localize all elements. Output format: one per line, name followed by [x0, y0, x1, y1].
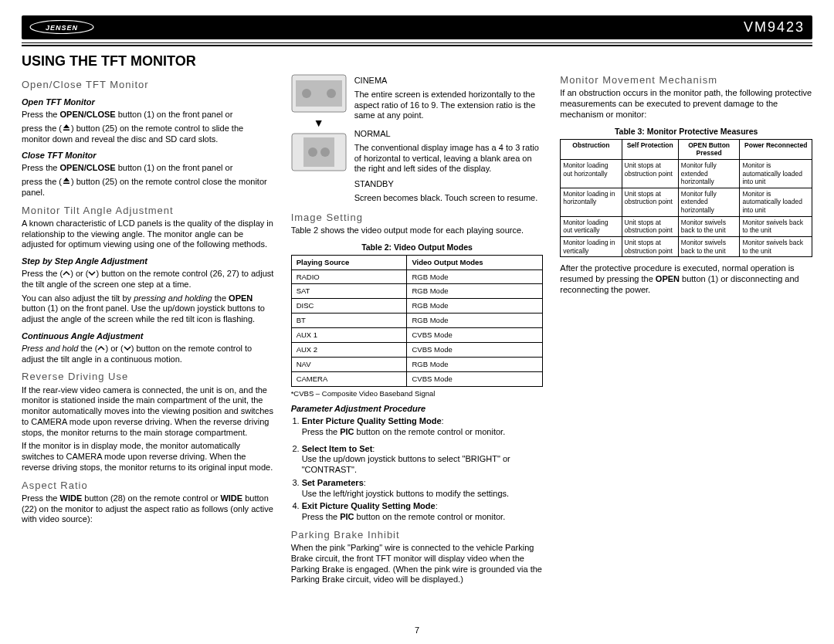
svg-text:JENSEN: JENSEN: [46, 24, 78, 32]
table-row: CAMERACVBS Mode: [291, 371, 543, 386]
p-parking: When the pink "Parking" wire is connecte…: [291, 543, 544, 585]
manual-page: JENSEN VM9423 USING THE TFT MONITOR Open…: [0, 0, 834, 644]
p-tilt: A known characteristic of LCD panels is …: [22, 219, 274, 250]
table-row: Monitor loading out horizontallyUnit sto…: [561, 159, 812, 188]
cinema-p: The entire screen is extended horizontal…: [354, 90, 544, 121]
param-steps-cont: Select Item to Set: Use the up/down joys…: [302, 444, 544, 523]
step-2: Select Item to Set: Use the up/down joys…: [302, 444, 544, 476]
screen-normal-icon: [291, 133, 347, 171]
chevron-down-icon: [124, 344, 131, 354]
p-rev-2: If the monitor is in display mode, the m…: [22, 441, 274, 473]
t3-h4: Power Reconnected: [740, 139, 812, 159]
table-video-output: Playing Source Video Output Modes RADIOR…: [291, 255, 544, 387]
t3-h2: Self Protection: [622, 139, 678, 159]
p-open-1: Press the OPEN/CLOSE button (1) on the f…: [22, 110, 274, 120]
h-tilt: Monitor Tilt Angle Adjustment: [22, 205, 274, 217]
table-row: Monitor loading out verticallyUnit stops…: [561, 216, 812, 236]
p-close-2: press the ( ) button (25) on the remote …: [22, 177, 274, 198]
normal-p: The conventional display image has a 4 t…: [354, 143, 544, 175]
header-bar: JENSEN VM9423: [22, 15, 812, 39]
step-3: Set Parameters: Use the left/right joyst…: [302, 478, 544, 500]
table-row: RADIORGB Mode: [291, 269, 543, 284]
t2-h1: Playing Source: [291, 255, 407, 269]
cinema-h: CINEMA: [354, 76, 544, 86]
h-reverse-use: Reverse Driving Use: [22, 371, 274, 383]
p-monitor-move: If an obstruction occurs in the monitor …: [560, 88, 812, 120]
page-number: 7: [0, 625, 834, 636]
jensen-logo-icon: JENSEN: [29, 20, 94, 34]
p-cont: Press and hold the ( ) or ( ) button on …: [22, 344, 274, 365]
h-parking: Parking Brake Inhibit: [291, 529, 544, 541]
svg-point-8: [308, 147, 317, 157]
step-4: Exit Picture Quality Setting Mode: Press…: [302, 501, 544, 523]
table-row: NAVRGB Mode: [291, 357, 543, 371]
h-close-tft: Close TFT Monitor: [22, 151, 274, 161]
h-param-proc: Parameter Adjustment Procedure: [291, 404, 544, 415]
svg-point-4: [302, 89, 311, 98]
step-1: Enter Picture Quality Setting Mode: Pres…: [302, 416, 544, 438]
standby-h: STANDBY: [354, 179, 544, 190]
param-steps-start: Enter Picture Quality Setting Mode: Pres…: [302, 416, 544, 438]
table-row: DISCRGB Mode: [291, 299, 543, 314]
model-number: VM9423: [744, 19, 805, 36]
arrow-down-icon: ▼: [314, 117, 324, 128]
table-row: Monitor loading in verticallyUnit stops …: [561, 236, 812, 256]
h-aspect: Aspect Ratio: [22, 480, 274, 492]
chevron-down-icon: [88, 269, 96, 280]
p-step-2: You can also adjust the tilt by pressing…: [22, 293, 274, 325]
h-step-adjust: Step by Step Angle Adjustment: [22, 256, 274, 267]
chevron-up-icon: [97, 344, 105, 354]
svg-point-5: [327, 89, 336, 98]
p-aspect: Press the WIDE button (28) on the remote…: [22, 493, 274, 525]
aspect-figures: ▼ CINEMA The entire screen is extended h…: [291, 74, 544, 207]
t3-title: Table 3: Monitor Protective Measures: [560, 127, 812, 137]
h-image-setting: Image Setting: [291, 212, 544, 224]
t2-h2: Video Output Modes: [407, 255, 543, 269]
section-title: USING THE TFT MONITOR: [22, 53, 812, 70]
svg-point-9: [320, 147, 330, 157]
table-row: Monitor loading in horizontallyUnit stop…: [561, 188, 812, 216]
t2-title: Table 2: Video Output Modes: [291, 242, 544, 253]
h-open-tft: Open TFT Monitor: [22, 97, 274, 108]
h-monitor-move: Monitor Movement Mechanism: [560, 74, 812, 86]
eject-icon: [62, 177, 71, 188]
body-columns: Open/Close TFT Monitor Open TFT Monitor …: [22, 74, 812, 599]
header-rules: [22, 42, 812, 46]
p-close-1: Press the OPEN/CLOSE button (1) on the f…: [22, 163, 274, 174]
p-after: After the protective procedure is execut…: [560, 263, 812, 295]
h-open-close: Open/Close TFT Monitor: [22, 79, 274, 91]
table-protective: Obstruction Self Protection OPEN Button …: [560, 139, 812, 258]
table-row: AUX 2CVBS Mode: [291, 342, 543, 357]
p-image: Table 2 shows the video output mode for …: [291, 225, 544, 236]
eject-icon: [62, 124, 71, 134]
table-row: AUX 1CVBS Mode: [291, 328, 543, 343]
t3-h3: OPEN Button Pressed: [678, 139, 740, 159]
p-step-1: Press the ( ) or ( ) button on the remot…: [22, 269, 274, 290]
screen-cinema-icon: [291, 74, 347, 113]
table-row: SATRGB Mode: [291, 284, 543, 299]
p-open-2: press the ( ) button (25) on the remote …: [22, 124, 274, 145]
standby-p: Screen becomes black. Touch screen to re…: [354, 193, 544, 204]
p-rev-1: If the rear-view video camera is connect…: [22, 385, 274, 439]
chevron-up-icon: [63, 269, 70, 280]
t2-note: *CVBS – Composite Video Baseband Signal: [291, 389, 544, 398]
h-continuous-adjust: Continuous Angle Adjustment: [22, 331, 274, 342]
normal-h: NORMAL: [354, 129, 544, 140]
brand-logo: JENSEN: [29, 20, 94, 34]
table-row: BTRGB Mode: [291, 314, 543, 328]
t3-h1: Obstruction: [561, 139, 622, 159]
